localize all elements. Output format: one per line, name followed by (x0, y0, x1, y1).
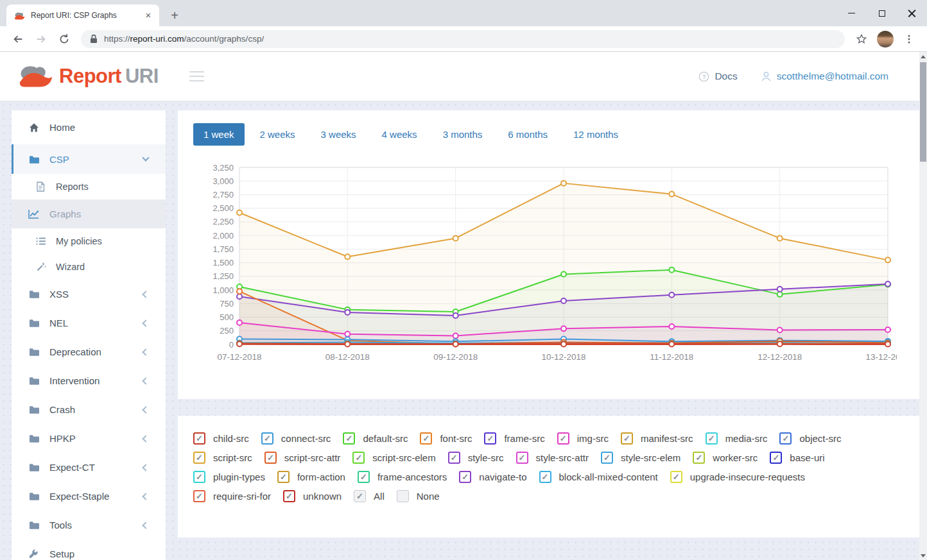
checkbox-base-uri[interactable]: ✓ (770, 452, 782, 464)
checkbox-style-src[interactable]: ✓ (448, 452, 460, 464)
sidebar-item-expect-ct[interactable]: Expect-CT (12, 453, 166, 482)
checkbox-all[interactable]: ✓ (354, 490, 366, 502)
directive-toggle-require-sri-for[interactable]: ✓require-sri-for (193, 490, 271, 502)
checkbox-object-src[interactable]: ✓ (779, 432, 792, 445)
directive-toggle-script-src[interactable]: ✓script-src (193, 452, 252, 464)
checkbox-img-src[interactable]: ✓ (557, 432, 569, 445)
directive-toggle-worker-src[interactable]: ✓worker-src (693, 452, 758, 464)
sidebar-item-crash[interactable]: Crash (12, 395, 166, 424)
browser-profile-avatar[interactable] (877, 31, 894, 47)
url-bar[interactable]: https://report-uri.com/account/graphs/cs… (81, 30, 845, 48)
directive-toggle-style-src[interactable]: ✓style-src (448, 452, 504, 464)
checkbox-none[interactable] (397, 490, 409, 502)
directive-toggle-block-all-mixed-content[interactable]: ✓block-all-mixed-content (539, 471, 658, 483)
tab-3-months[interactable]: 3 months (433, 123, 493, 146)
checkbox-worker-src[interactable]: ✓ (693, 452, 705, 464)
sidebar-item-setup[interactable]: Setup (12, 539, 166, 560)
sidebar-item-expect-staple[interactable]: Expect-Staple (12, 482, 166, 511)
tab-2-weeks[interactable]: 2 weeks (250, 123, 306, 146)
close-button[interactable] (897, 0, 927, 26)
new-tab-button[interactable]: + (166, 7, 184, 25)
directive-toggle-connect-src[interactable]: ✓connect-src (261, 432, 331, 445)
sidebar-item-hpkp[interactable]: HPKP (12, 424, 166, 453)
directive-toggle-object-src[interactable]: ✓object-src (779, 432, 841, 445)
sidebar-item-tools[interactable]: Tools (12, 511, 166, 539)
checkbox-style-src-attr[interactable]: ✓ (516, 452, 528, 464)
sidebar-item-my-policies[interactable]: My policies (12, 228, 166, 254)
checkbox-navigate-to[interactable]: ✓ (459, 471, 471, 483)
page-scrollbar[interactable] (919, 52, 927, 560)
bookmark-button[interactable] (853, 30, 871, 48)
checkbox-script-src[interactable]: ✓ (193, 452, 205, 464)
sidebar-item-csp[interactable]: CSP (12, 144, 166, 174)
sidebar-item-home[interactable]: Home (12, 110, 166, 144)
directive-toggle-plugin-types[interactable]: ✓plugin-types (193, 471, 265, 483)
directive-toggle-media-src[interactable]: ✓media-src (706, 432, 768, 445)
checkbox-child-src[interactable]: ✓ (193, 432, 205, 445)
checkbox-script-src-elem[interactable]: ✓ (352, 452, 365, 464)
sidebar-item-deprecation[interactable]: Deprecation (12, 337, 166, 366)
checkbox-block-all-mixed-content[interactable]: ✓ (539, 471, 551, 483)
directive-label: None (417, 491, 440, 502)
minimize-button[interactable] (836, 0, 867, 26)
directive-toggle-unknown[interactable]: ✓unknown (283, 490, 342, 502)
checkbox-unknown[interactable]: ✓ (283, 490, 295, 502)
report-uri-logo[interactable]: ReportURI (18, 64, 159, 89)
directive-toggle-child-src[interactable]: ✓child-src (193, 432, 249, 445)
directive-toggle-base-uri[interactable]: ✓base-uri (770, 452, 824, 464)
checkbox-frame-src[interactable]: ✓ (484, 432, 496, 445)
sidebar-item-wizard[interactable]: Wizard (12, 254, 166, 280)
docs-link[interactable]: ? Docs (698, 71, 737, 82)
directive-toggle-style-src-attr[interactable]: ✓style-src-attr (516, 452, 589, 464)
browser-menu-button[interactable] (900, 30, 918, 48)
directive-toggle-frame-src[interactable]: ✓frame-src (484, 432, 544, 445)
account-link[interactable]: scotthelme@hotmail.com (761, 71, 888, 82)
checkbox-default-src[interactable]: ✓ (343, 432, 355, 445)
directive-toggle-script-src-attr[interactable]: ✓script-src-attr (264, 452, 341, 464)
checkbox-manifest-src[interactable]: ✓ (621, 432, 633, 445)
directive-toggle-form-action[interactable]: ✓form-action (277, 471, 345, 483)
directive-toggle-script-src-elem[interactable]: ✓script-src-elem (352, 452, 435, 464)
scroll-down-arrow[interactable] (919, 551, 927, 560)
sidebar-toggle-button[interactable] (189, 71, 204, 82)
back-button[interactable] (9, 30, 27, 48)
directive-toggle-none[interactable]: None (397, 490, 440, 502)
reload-button[interactable] (55, 30, 73, 48)
directive-toggle-frame-ancestors[interactable]: ✓frame-ancestors (358, 471, 447, 483)
sidebar-item-graphs[interactable]: Graphs (12, 199, 166, 228)
checkbox-font-src[interactable]: ✓ (420, 432, 432, 445)
directive-toggle-font-src[interactable]: ✓font-src (420, 432, 472, 445)
checkbox-require-sri-for[interactable]: ✓ (193, 490, 205, 502)
directive-toggle-default-src[interactable]: ✓default-src (343, 432, 408, 445)
scrollbar-thumb[interactable] (920, 62, 926, 162)
tab-6-months[interactable]: 6 months (498, 123, 558, 146)
browser-tab[interactable]: Report URI: CSP Graphs × (6, 4, 159, 26)
checkbox-media-src[interactable]: ✓ (706, 432, 718, 445)
tab-4-weeks[interactable]: 4 weeks (372, 123, 428, 146)
tab-1-week[interactable]: 1 week (193, 123, 245, 146)
sidebar-item-nel[interactable]: NEL (12, 309, 166, 337)
scroll-up-arrow[interactable] (919, 52, 927, 61)
forward-button[interactable] (32, 30, 50, 48)
directive-toggle-all[interactable]: ✓All (354, 490, 385, 502)
checkbox-frame-ancestors[interactable]: ✓ (358, 471, 370, 483)
checkbox-script-src-attr[interactable]: ✓ (264, 452, 277, 464)
checkbox-upgrade-insecure-requests[interactable]: ✓ (670, 471, 682, 483)
maximize-button[interactable] (867, 0, 897, 26)
checkbox-plugin-types[interactable]: ✓ (193, 471, 205, 483)
sidebar-item-xss[interactable]: XSS (12, 280, 166, 309)
tab-3-weeks[interactable]: 3 weeks (311, 123, 367, 146)
directive-toggle-upgrade-insecure-requests[interactable]: ✓upgrade-insecure-requests (670, 471, 805, 483)
sidebar-item-reports[interactable]: Reports (12, 174, 166, 199)
checkbox-connect-src[interactable]: ✓ (261, 432, 273, 445)
tab-close-icon[interactable]: × (143, 10, 154, 21)
directive-toggle-img-src[interactable]: ✓img-src (557, 432, 609, 445)
directive-toggle-style-src-elem[interactable]: ✓style-src-elem (601, 452, 680, 464)
checkbox-form-action[interactable]: ✓ (277, 471, 290, 483)
sidebar-item-intervention[interactable]: Intervention (12, 366, 166, 395)
tab-12-months[interactable]: 12 months (563, 123, 628, 146)
checkbox-style-src-elem[interactable]: ✓ (601, 452, 613, 464)
directive-toggle-manifest-src[interactable]: ✓manifest-src (621, 432, 693, 445)
directive-label: block-all-mixed-content (559, 471, 658, 482)
directive-toggle-navigate-to[interactable]: ✓navigate-to (459, 471, 526, 483)
